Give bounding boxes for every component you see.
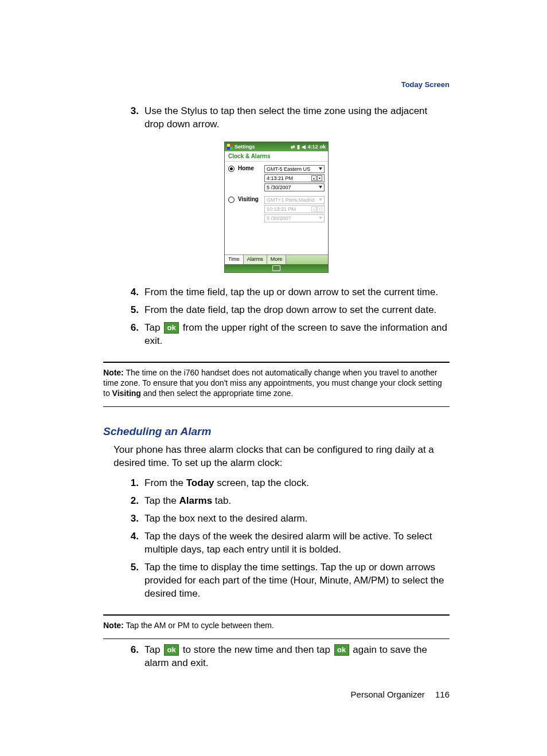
steps-list-b: 1. From the Today screen, tap the clock.… [103,477,450,601]
tab-more[interactable]: More [267,255,287,264]
home-timezone-dropdown[interactable]: GMT-5 Eastern US [264,165,325,173]
phone-title-bar: Settings ⇄ ▮ ◀ 4:12 ok [225,142,328,151]
home-label: Home [238,165,261,171]
home-radio[interactable] [228,166,235,172]
chevron-down-icon [319,167,322,170]
section-header: Today Screen [103,80,450,89]
step-text: From the date field, tap the drop down a… [144,304,450,317]
windows-icon [227,144,233,150]
visiting-time-field[interactable]: 10:13:21 PM ▴▾ [264,205,325,213]
keyboard-icon[interactable] [272,265,280,271]
step-text: From the Today screen, tap the clock. [144,477,450,490]
up-arrow-icon[interactable]: ▴ [311,175,317,181]
visiting-timezone-dropdown[interactable]: GMT+1 Paris,Madrid [264,196,325,204]
step-number: 6. [125,322,139,348]
chapter-name: Personal Organizer [351,690,425,699]
title-bar-text: Settings [235,144,255,150]
divider [103,639,450,639]
down-arrow-icon[interactable]: ▾ [317,206,322,212]
tab-alarms[interactable]: Alarms [244,255,267,264]
chevron-down-icon [319,186,322,189]
ok-icon: ok [334,644,349,656]
step-number: 3. [125,105,139,131]
note-label: Note: [103,621,124,630]
up-arrow-icon[interactable]: ▴ [311,206,317,212]
step-text: Tap ok to store the new time and then ta… [144,644,450,670]
divider [103,406,450,407]
step-text: Tap the time to display the time setting… [144,561,450,601]
page-footer: Personal Organizer 116 [103,690,450,699]
status-time: 4:12 [307,144,318,150]
soft-key-bar [225,264,328,272]
step-text: From the time field, tap the up or down … [144,286,450,299]
page-number: 116 [435,690,450,699]
visiting-label: Visiting [238,196,261,202]
tab-time[interactable]: Time [225,255,244,264]
step-text: Tap the box next to the desired alarm. [144,512,450,526]
volume-icon: ◀ [302,144,306,150]
home-date-dropdown[interactable]: 5 /30/2007 [264,183,325,191]
chevron-down-icon [319,217,322,220]
ok-icon: ok [164,644,179,656]
home-time-field[interactable]: 4:13:21 PM ▴▾ [264,174,325,182]
chevron-down-icon [319,198,322,201]
step-text: Tap ok from the upper right of the scree… [144,322,450,348]
intro-text: Your phone has three alarm clocks that c… [114,444,450,470]
subheading-scheduling-alarm: Scheduling an Alarm [103,425,450,438]
ok-icon: ok [164,322,179,334]
note-label: Note: [103,368,124,377]
step-number: 2. [125,495,139,508]
note-block: Note: The time on the i760 handset does … [103,367,450,399]
visiting-date-dropdown[interactable]: 5 /30/2007 [264,214,325,222]
step-text: Tap the days of the week the desired ala… [144,530,450,557]
step-text: Use the Stylus to tap then select the ti… [144,105,450,131]
step-number: 1. [125,477,139,490]
step-number: 5. [125,304,139,317]
down-arrow-icon[interactable]: ▾ [317,175,322,181]
step-number: 5. [125,561,139,601]
step-number: 3. [125,512,139,526]
steps-list-a: 3. Use the Stylus to tap then select the… [103,105,450,131]
antenna-icon: ▮ [297,144,300,150]
divider [103,362,450,363]
step-number: 4. [125,286,139,299]
ok-button-titlebar[interactable]: ok [319,144,326,150]
clock-alarms-heading: Clock & Alarms [225,151,328,162]
signal-icon: ⇄ [291,144,295,150]
phone-screenshot: Settings ⇄ ▮ ◀ 4:12 ok Clock & Alarms Ho… [103,142,450,273]
visiting-radio[interactable] [228,197,235,203]
step-number: 4. [125,530,139,557]
step-number: 6. [125,644,139,670]
step-text: Tap the Alarms tab. [144,495,450,508]
divider [103,614,450,616]
note-block: Note: Tap the AM or PM to cycle between … [103,620,450,630]
